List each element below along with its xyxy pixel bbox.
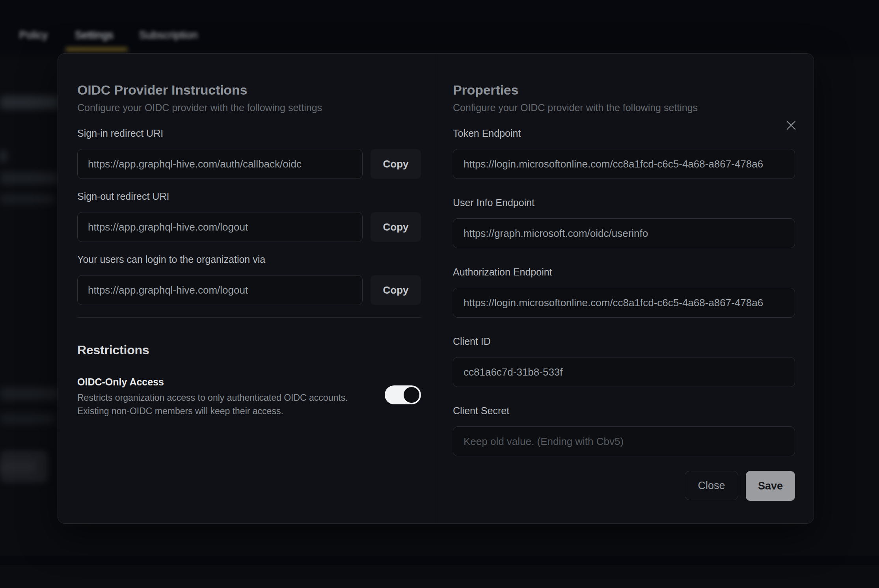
oidc-settings-modal: OIDC Provider Instructions Configure you… [58,53,814,524]
client-secret-input[interactable] [453,426,795,456]
save-button[interactable]: Save [746,471,795,501]
properties-panel: Properties Configure your OIDC provider … [453,54,795,501]
client-id-input[interactable] [453,357,795,387]
client-secret-row [453,426,795,456]
login-via-input[interactable] [77,275,363,305]
blurred-background-text [0,461,36,473]
close-button[interactable]: Close [685,471,738,500]
copy-sign-out-uri-button[interactable]: Copy [371,212,421,242]
blurred-background-bullet [0,151,6,161]
blurred-background-text [0,414,55,424]
section-divider [77,317,421,318]
client-id-row [453,357,795,387]
oidc-only-access-row: OIDC-Only Access Restricts organization … [77,376,421,418]
tab-policy[interactable]: Policy [19,29,48,41]
sign-in-redirect-uri-input[interactable] [77,149,363,179]
authorization-endpoint-input[interactable] [453,288,795,318]
sign-in-redirect-uri-row: Copy [77,149,421,179]
tab-settings[interactable]: Settings [75,29,114,41]
blurred-background-text [0,172,58,184]
sign-in-redirect-uri-label: Sign-in redirect URI [77,128,421,138]
active-tab-indicator [65,48,128,51]
oidc-only-access-description: Restricts organization access to only au… [77,391,348,418]
authorization-endpoint-label: Authorization Endpoint [453,267,795,277]
oidc-only-access-text: OIDC-Only Access Restricts organization … [77,376,348,418]
instructions-subtitle: Configure your OIDC provider with the fo… [77,102,421,114]
client-secret-label: Client Secret [453,406,795,415]
user-info-endpoint-row [453,218,795,248]
properties-title: Properties [453,81,795,99]
blurred-background-text [0,194,54,204]
copy-login-via-button[interactable]: Copy [371,275,421,305]
client-id-label: Client ID [453,337,795,346]
description-line-1: Restricts organization access to only au… [77,391,348,404]
blurred-background-text [0,387,59,400]
sign-out-redirect-uri-input[interactable] [77,212,363,242]
instructions-title: OIDC Provider Instructions [77,81,421,99]
oidc-only-access-toggle[interactable] [385,385,421,404]
login-via-label: Your users can login to the organization… [77,255,421,264]
toggle-thumb [404,387,419,403]
column-divider [436,54,436,523]
user-info-endpoint-input[interactable] [453,218,795,248]
authorization-endpoint-row [453,288,795,318]
token-endpoint-label: Token Endpoint [453,128,795,138]
token-endpoint-row [453,149,795,179]
restrictions-heading: Restrictions [77,342,421,358]
token-endpoint-input[interactable] [453,149,795,179]
oidc-only-access-label: OIDC-Only Access [77,376,348,388]
sign-out-redirect-uri-row: Copy [77,212,421,242]
tab-subscription[interactable]: Subscription [139,29,198,41]
copy-sign-in-uri-button[interactable]: Copy [371,149,421,179]
user-info-endpoint-label: User Info Endpoint [453,198,795,207]
description-line-2: Existing non-OIDC members will keep thei… [77,404,348,418]
blurred-background-text [0,96,59,109]
login-via-row: Copy [77,275,421,305]
app-page: Policy Settings Subscription OIDC Provid… [0,0,879,588]
sign-out-redirect-uri-label: Sign-out redirect URI [77,192,421,201]
background-band [0,556,879,565]
modal-actions: Close Save [453,471,795,501]
properties-subtitle: Configure your OIDC provider with the fo… [453,102,795,114]
oidc-instructions-panel: OIDC Provider Instructions Configure you… [77,54,421,418]
